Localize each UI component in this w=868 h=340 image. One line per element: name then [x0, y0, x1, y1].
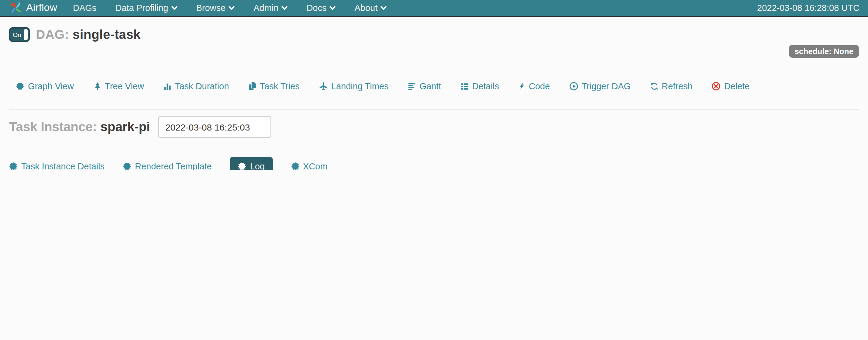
- airflow-brand[interactable]: Airflow: [8, 1, 57, 15]
- nav-item-data-profiling[interactable]: Data Profiling: [115, 3, 177, 13]
- dag-nav-label: Gantt: [420, 81, 441, 91]
- chevron-down-icon: [380, 6, 386, 10]
- dag-pause-toggle[interactable]: On: [9, 27, 30, 42]
- dag-nav-task-tries[interactable]: Task Tries: [248, 81, 300, 91]
- page-title: DAG: single-task: [36, 27, 141, 42]
- xcom-button[interactable]: XCom: [291, 162, 328, 170]
- log-button[interactable]: Log: [230, 157, 273, 170]
- log-icon: [238, 162, 246, 170]
- xcom-icon: [291, 162, 299, 170]
- dag-nav-gantt[interactable]: Gantt: [408, 81, 441, 91]
- task-name: spark-pi: [100, 120, 150, 134]
- dag-nav-details[interactable]: Details: [460, 81, 499, 91]
- dag-name: single-task: [73, 27, 141, 41]
- dag-header: On DAG: single-task: [9, 26, 859, 44]
- task-instance-prefix: Task Instance:: [9, 120, 97, 134]
- details-icon: [460, 82, 468, 90]
- dag-nav-landing-times[interactable]: Landing Times: [319, 81, 389, 91]
- nav-label: Browse: [196, 3, 225, 13]
- execution-date-input[interactable]: [158, 116, 271, 138]
- dag-title-prefix: DAG:: [36, 27, 69, 41]
- nav-item-admin[interactable]: Admin: [253, 3, 287, 13]
- airflow-logo-icon: [8, 1, 23, 15]
- landing-times-icon: [319, 82, 328, 91]
- rendered-template-button[interactable]: Rendered Template: [123, 162, 212, 170]
- dag-nav-graph-view[interactable]: Graph View: [16, 81, 74, 91]
- action-label: Log: [250, 162, 265, 170]
- chevron-down-icon: [171, 6, 177, 10]
- top-navbar: Airflow DAGs Data Profiling Browse Admin…: [0, 0, 868, 17]
- dag-nav-tree-view[interactable]: Tree View: [93, 81, 144, 91]
- nav-item-browse[interactable]: Browse: [196, 3, 235, 13]
- nav-label: Data Profiling: [115, 3, 168, 13]
- trigger-dag-icon: [569, 82, 578, 91]
- dag-nav-label: Graph View: [28, 81, 74, 91]
- code-icon: [519, 82, 525, 91]
- dag-nav-code[interactable]: Code: [519, 81, 550, 91]
- nav-label: About: [355, 3, 378, 13]
- action-label: Task Instance Details: [21, 162, 104, 170]
- dag-nav-label: Landing Times: [331, 81, 389, 91]
- schedule-badge: schedule: None: [789, 45, 859, 58]
- dag-nav-label: Code: [529, 81, 550, 91]
- dag-nav-delete[interactable]: Delete: [712, 81, 750, 91]
- action-label: Rendered Template: [135, 162, 212, 170]
- graph-view-icon: [16, 82, 24, 91]
- nav-label: Admin: [253, 3, 278, 13]
- dag-nav-task-duration[interactable]: Task Duration: [163, 81, 229, 91]
- nav-label: Docs: [306, 3, 327, 13]
- utc-clock: 2022-03-08 16:28:08 UTC: [757, 3, 860, 13]
- tree-view-icon: [93, 82, 101, 91]
- dag-nav-label: Details: [472, 81, 499, 91]
- delete-icon: [712, 82, 721, 91]
- nav-item-docs[interactable]: Docs: [306, 3, 336, 13]
- task-duration-icon: [163, 82, 172, 90]
- task-tries-icon: [248, 82, 256, 91]
- task-instance-details-button[interactable]: Task Instance Details: [9, 162, 104, 170]
- nav-item-about[interactable]: About: [355, 3, 387, 13]
- chevron-down-icon: [228, 6, 235, 10]
- dag-nav-label: Refresh: [662, 81, 693, 91]
- nav-item-dags[interactable]: DAGs: [73, 3, 96, 13]
- task-instance-title: Task Instance: spark-pi: [9, 120, 150, 134]
- chevron-down-icon: [281, 6, 287, 10]
- brand-label: Airflow: [26, 2, 57, 14]
- task-instance-actions: Task Instance Details Rendered Template …: [9, 157, 859, 170]
- airflow-app: Airflow DAGs Data Profiling Browse Admin…: [0, 0, 868, 170]
- rendered-template-icon: [123, 162, 131, 170]
- nav-menu: DAGs Data Profiling Browse Admin Docs Ab…: [73, 3, 386, 13]
- dag-nav-label: Tree View: [105, 81, 144, 91]
- nav-label: DAGs: [73, 3, 96, 13]
- toggle-on-label: On: [13, 31, 21, 38]
- chevron-down-icon: [330, 6, 336, 10]
- action-label: XCom: [303, 162, 328, 170]
- task-instance-row: Task Instance: spark-pi: [9, 116, 859, 138]
- toggle-knob: [24, 29, 28, 40]
- dag-nav-trigger-dag[interactable]: Trigger DAG: [569, 81, 631, 91]
- gantt-icon: [408, 82, 416, 90]
- dag-nav-label: Delete: [724, 81, 750, 91]
- dag-nav-label: Task Duration: [175, 81, 229, 91]
- dag-view-nav: Graph View Tree View Task Duration Task …: [9, 81, 859, 110]
- dag-nav-label: Trigger DAG: [581, 81, 631, 91]
- dag-nav-refresh[interactable]: Refresh: [650, 81, 693, 91]
- refresh-icon: [650, 82, 658, 91]
- task-instance-details-icon: [9, 162, 18, 170]
- dag-nav-label: Task Tries: [260, 81, 300, 91]
